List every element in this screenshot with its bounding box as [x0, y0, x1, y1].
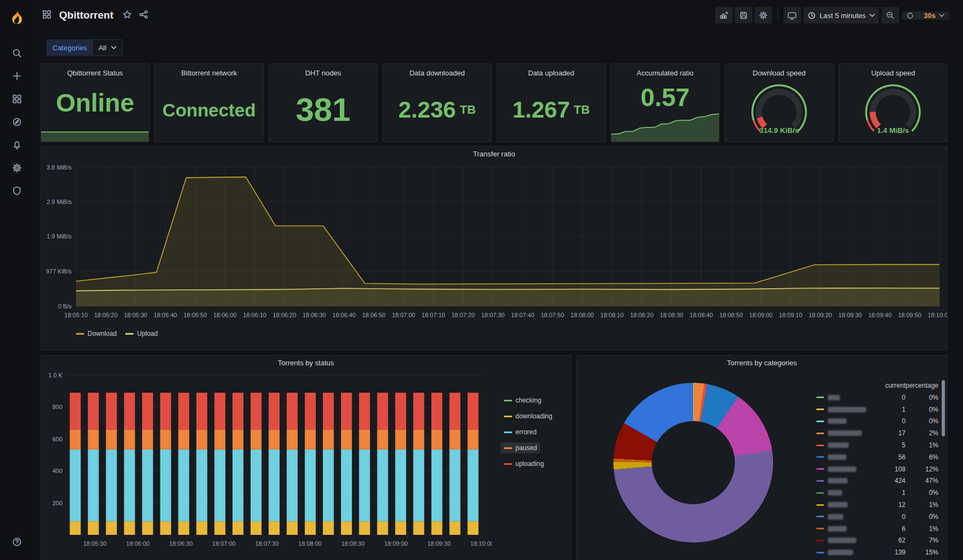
category-row-6[interactable]: 10812% — [816, 463, 938, 475]
category-row-3[interactable]: 172% — [816, 427, 938, 439]
legend-item-checking[interactable]: checking — [501, 395, 544, 406]
category-row-2[interactable]: 00% — [816, 416, 938, 428]
bar-segment-uploading — [395, 393, 406, 429]
save-dashboard-button[interactable] — [735, 7, 752, 24]
category-percentage-value: 1% — [906, 501, 938, 509]
zoom-out-time-button[interactable] — [881, 7, 899, 24]
variable-value-dropdown[interactable]: All — [93, 39, 123, 56]
category-label-redacted — [828, 502, 848, 508]
legend-item-downloading[interactable]: downloading — [501, 411, 555, 422]
category-label-redacted — [828, 514, 843, 520]
category-row-4[interactable]: 51% — [816, 439, 938, 451]
caret-down-icon — [111, 46, 117, 49]
category-row-9[interactable]: 121% — [816, 499, 938, 511]
legend-item-paused[interactable]: paused — [501, 442, 540, 453]
bar-segment-paused — [233, 429, 243, 450]
legend-color-swatch — [125, 333, 134, 335]
svg-text:200: 200 — [53, 500, 62, 506]
svg-text:977 KiB/s: 977 KiB/s — [46, 268, 72, 275]
legend-scrollbar-thumb[interactable] — [942, 380, 945, 436]
time-range-picker[interactable]: Last 5 minutes — [804, 7, 879, 24]
svg-text:18:06:40: 18:06:40 — [332, 312, 356, 318]
category-row-7[interactable]: 42447% — [816, 475, 938, 487]
bar-segment-uploading — [468, 393, 479, 429]
category-row-10[interactable]: 00% — [816, 511, 938, 523]
category-row-1[interactable]: 10% — [816, 404, 938, 416]
panel-title[interactable]: Torrents by categories — [577, 355, 947, 370]
stat-value-text: 1.267 — [512, 98, 570, 121]
stat-value: 381 — [269, 78, 377, 142]
bar-segment-uploading — [341, 393, 352, 429]
legend-item-upload[interactable]: Upload — [125, 330, 158, 337]
categories-donut-chart — [613, 383, 773, 542]
refresh-interval-button[interactable]: 30s — [919, 11, 949, 20]
column-header-current[interactable]: current — [880, 382, 906, 389]
category-current-value: 0 — [880, 513, 906, 521]
svg-text:600: 600 — [53, 436, 62, 442]
sidebar-item-help[interactable] — [5, 530, 29, 553]
gauge-value: 314.9 KiB/s — [759, 126, 799, 135]
svg-text:400: 400 — [53, 468, 62, 474]
stat-panel-title[interactable]: Download speed — [725, 64, 833, 78]
sidebar-item-create[interactable] — [5, 65, 29, 88]
share-icon — [139, 10, 148, 19]
bar-segment-errored — [341, 450, 352, 521]
svg-text:18:05:20: 18:05:20 — [94, 312, 118, 318]
svg-text:18:08:30: 18:08:30 — [341, 540, 365, 547]
save-icon — [739, 11, 748, 20]
stat-panel-title[interactable]: DHT nodes — [269, 64, 377, 78]
refresh-icon — [906, 11, 914, 20]
refresh-interval-label: 30s — [924, 11, 936, 20]
stat-panel-title[interactable]: Accumulated ratio — [611, 64, 719, 78]
share-dashboard-button[interactable] — [138, 9, 149, 22]
refresh-button[interactable] — [902, 11, 919, 20]
bar-segment-uploading — [251, 393, 262, 429]
svg-text:18:05:30: 18:05:30 — [124, 312, 147, 318]
panel-title[interactable]: Transfer ratio — [41, 147, 947, 161]
panel-title[interactable]: Torrents by status — [41, 355, 571, 370]
category-row-12[interactable]: 627% — [816, 535, 938, 547]
bar-segment-uploading — [413, 393, 424, 429]
category-row-11[interactable]: 61% — [816, 523, 938, 535]
legend-item-download[interactable]: Download — [76, 330, 117, 337]
legend-color-swatch — [504, 416, 512, 417]
stat-panel-title[interactable]: Qbittorrent Status — [41, 64, 149, 78]
stat-value: 1.267TB — [497, 78, 605, 142]
dashboard-picker-button[interactable] — [41, 9, 53, 22]
category-row-0[interactable]: 00% — [816, 392, 938, 404]
sidebar-item-server-admin[interactable] — [5, 179, 29, 202]
add-panel-button[interactable] — [715, 7, 733, 24]
category-current-value: 6 — [880, 525, 906, 533]
column-header-percentage[interactable]: percentage — [906, 382, 938, 389]
bar-segment-downloading — [233, 521, 243, 535]
bar-segment-downloading — [431, 521, 442, 535]
category-row-13[interactable]: 13915% — [816, 546, 938, 558]
cycle-view-mode-button[interactable] — [784, 7, 801, 24]
legend-item-errored[interactable]: errored — [501, 427, 540, 438]
stat-panel-title[interactable]: Bittorrent network — [155, 64, 263, 78]
dashboard-settings-button[interactable] — [755, 7, 772, 24]
svg-text:18:07:50: 18:07:50 — [541, 312, 564, 318]
svg-text:18:09:10: 18:09:10 — [779, 312, 803, 318]
category-row-8[interactable]: 10% — [816, 487, 938, 499]
bar-segment-downloading — [88, 521, 99, 535]
panel-torrents-by-categories: Torrents by categories current percentag… — [576, 355, 948, 560]
category-color-swatch — [816, 540, 824, 541]
stat-panel-title[interactable]: Data uploaded — [497, 64, 605, 78]
sidebar-item-explore[interactable] — [5, 110, 29, 133]
sidebar-item-alerting[interactable] — [5, 133, 29, 156]
bar-segment-paused — [70, 429, 81, 450]
sidebar-item-search[interactable] — [5, 42, 29, 65]
star-dashboard-button[interactable] — [121, 9, 133, 22]
stat-panel-title[interactable]: Upload speed — [839, 64, 947, 78]
legend-item-uploading[interactable]: uploading — [501, 458, 547, 469]
bar-segment-uploading — [431, 393, 442, 429]
grafana-logo[interactable] — [4, 4, 30, 30]
category-current-value: 0 — [880, 417, 906, 425]
transfer-ratio-chart: 18:05:1018:05:2018:05:3018:05:4018:05:50… — [41, 161, 947, 327]
sidebar-item-configuration[interactable] — [5, 156, 29, 179]
stat-panel-title[interactable]: Data downloaded — [383, 64, 491, 78]
bar-segment-paused — [196, 429, 207, 450]
category-row-5[interactable]: 566% — [816, 451, 938, 463]
sidebar-item-dashboards[interactable] — [5, 88, 29, 110]
